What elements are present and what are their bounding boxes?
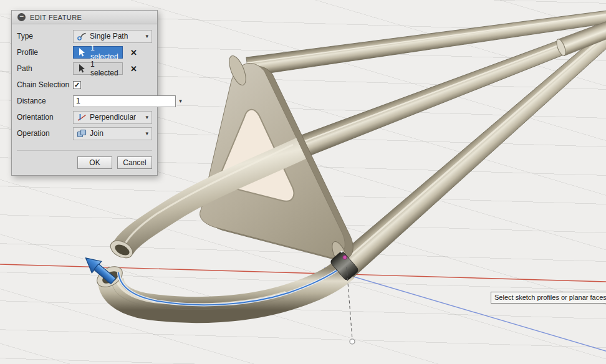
- path-clear-icon[interactable]: ✕: [130, 65, 137, 73]
- type-label: Type: [17, 32, 73, 41]
- dialog-header[interactable]: − EDIT FEATURE: [12, 11, 157, 24]
- chevron-down-icon: ▾: [145, 130, 148, 136]
- profile-count: 1 selected: [90, 44, 118, 61]
- operation-label: Operation: [17, 129, 73, 138]
- check-icon: ✓: [74, 81, 80, 89]
- orientation-value: Perpendicular: [90, 113, 136, 122]
- profile-row: Profile 1 selected ✕: [17, 44, 152, 60]
- orientation-row: Orientation Perpendicular ▾: [17, 109, 152, 125]
- ok-button[interactable]: OK: [77, 156, 112, 169]
- path-row: Path 1 selected ✕: [17, 60, 152, 77]
- orientation-label: Orientation: [17, 113, 73, 122]
- distance-label: Distance: [17, 97, 73, 105]
- path-count: 1 selected: [90, 60, 118, 77]
- path-endpoint-marker[interactable]: [343, 256, 347, 259]
- operation-value: Join: [90, 129, 103, 138]
- chevron-down-icon: ▾: [145, 33, 148, 39]
- edit-feature-dialog: − EDIT FEATURE Type Single Path ▾ Profil…: [11, 10, 158, 176]
- profile-label: Profile: [17, 48, 73, 57]
- path-selection-button[interactable]: 1 selected: [73, 62, 123, 75]
- join-operation-icon: [77, 128, 87, 138]
- type-row: Type Single Path ▾: [17, 28, 152, 44]
- operation-dropdown[interactable]: Join ▾: [73, 127, 152, 140]
- distance-input[interactable]: [73, 95, 176, 107]
- type-dropdown[interactable]: Single Path ▾: [73, 30, 152, 43]
- type-value: Single Path: [90, 32, 128, 41]
- dialog-buttons: OK Cancel: [17, 150, 152, 169]
- status-tooltip-text: Select sketch profiles or planar faces t: [494, 294, 606, 301]
- path-label: Path: [17, 64, 73, 73]
- perpendicular-icon: [77, 112, 87, 122]
- chain-selection-label: Chain Selection: [17, 80, 73, 89]
- z-axis: [324, 268, 606, 355]
- chain-selection-row: Chain Selection ✓: [17, 77, 152, 93]
- distance-dropdown-arrow[interactable]: ▾: [176, 98, 185, 104]
- orientation-dropdown[interactable]: Perpendicular ▾: [73, 111, 152, 124]
- chevron-down-icon: ▾: [145, 114, 148, 120]
- dialog-title: EDIT FEATURE: [30, 14, 82, 21]
- cursor-icon: [77, 64, 87, 74]
- 3d-viewport[interactable]: Select sketch profiles or planar faces t…: [0, 0, 606, 364]
- operation-row: Operation Join ▾: [17, 125, 152, 141]
- collapse-icon[interactable]: −: [17, 13, 26, 21]
- ground-point[interactable]: [350, 339, 355, 344]
- profile-clear-icon[interactable]: ✕: [130, 49, 137, 57]
- sweep-type-icon: [77, 31, 87, 41]
- cancel-button[interactable]: Cancel: [117, 156, 152, 169]
- cursor-icon: [77, 47, 87, 57]
- distance-row: Distance ▾: [17, 93, 152, 109]
- chain-selection-checkbox[interactable]: ✓: [73, 81, 81, 89]
- profile-selection-button[interactable]: 1 selected: [73, 46, 123, 59]
- status-tooltip: Select sketch profiles or planar faces t: [491, 292, 606, 304]
